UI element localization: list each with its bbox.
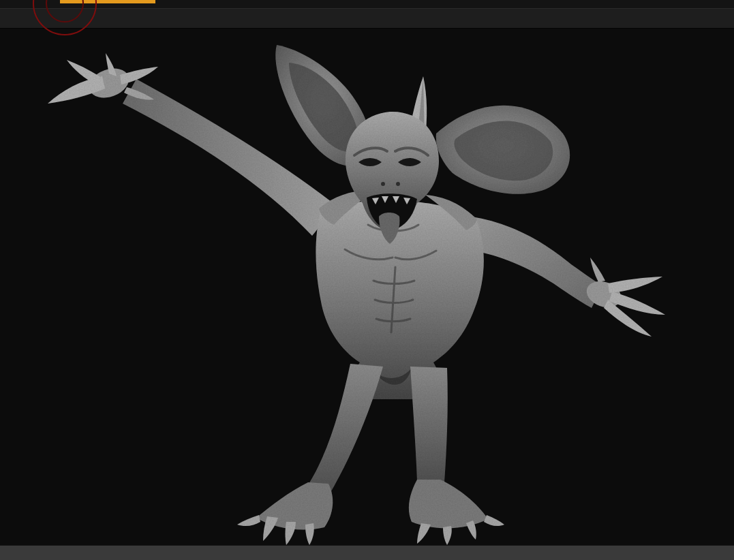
right-ear bbox=[436, 106, 570, 194]
right-leg bbox=[410, 367, 448, 482]
document-viewport[interactable] bbox=[0, 0, 734, 560]
left-leg bbox=[308, 364, 383, 496]
bottom-bar[interactable] bbox=[0, 545, 734, 560]
right-nostril bbox=[396, 182, 400, 186]
zbrush-application-window bbox=[0, 0, 734, 560]
active-tab-indicator[interactable] bbox=[60, 0, 155, 3]
top-menu-bar[interactable] bbox=[0, 0, 734, 8]
top-shelf-toolbar[interactable] bbox=[0, 8, 734, 29]
right-hand-claws bbox=[583, 258, 665, 337]
left-hand-claws bbox=[48, 53, 158, 104]
left-nostril bbox=[381, 182, 385, 186]
sculpt-model-gremlin bbox=[0, 0, 734, 560]
right-foot-claws bbox=[409, 480, 504, 545]
right-arm bbox=[466, 217, 602, 308]
left-foot-claws bbox=[237, 482, 333, 545]
gremlin-body-group bbox=[48, 45, 665, 545]
